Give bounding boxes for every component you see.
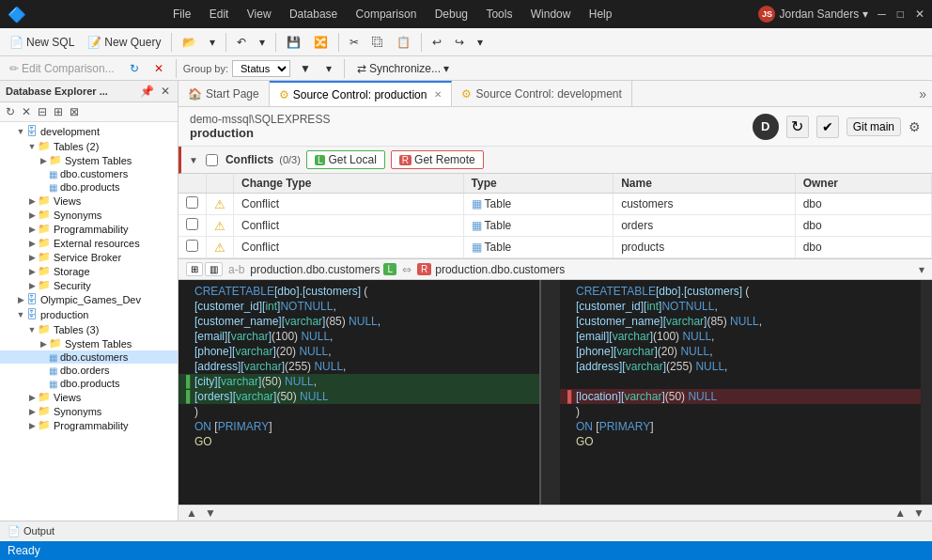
refresh-tree-icon[interactable]: ↻: [4, 104, 17, 119]
expand-prod-prog-arrow[interactable]: ▶: [26, 421, 38, 430]
tree-node-dev-programmability[interactable]: ▶ 📁 Programmability: [0, 222, 178, 236]
checkmark-button[interactable]: ✔: [816, 116, 839, 138]
menu-tools[interactable]: Tools: [478, 8, 520, 21]
tab-overflow-button[interactable]: »: [913, 86, 932, 101]
expand-dev-sys-tables-arrow[interactable]: ▶: [38, 156, 49, 165]
undo-button[interactable]: ↩: [427, 33, 447, 52]
table-row[interactable]: ⚠ Conflict ▦Table orders dbo: [179, 215, 932, 237]
copy-button[interactable]: ⿻: [366, 33, 389, 52]
remote-nav-up[interactable]: ▲: [893, 506, 908, 520]
refresh-left-button[interactable]: ↶: [231, 33, 252, 52]
tree-node-prod-programmability[interactable]: ▶ 📁 Programmability: [0, 418, 178, 432]
group-by-select[interactable]: Status: [232, 60, 290, 77]
menu-window[interactable]: Window: [523, 8, 579, 21]
close-comp-button[interactable]: ✕: [148, 59, 169, 78]
tree-node-prod-system-tables[interactable]: ▶ 📁 System Tables: [0, 336, 178, 350]
expand-dev-prog-arrow[interactable]: ▶: [26, 225, 38, 234]
tree-node-prod-views[interactable]: ▶ 📁 Views: [0, 390, 178, 404]
row-check-1[interactable]: [179, 215, 207, 237]
open-button[interactable]: 📂: [177, 33, 202, 52]
tree-node-dev-storage[interactable]: ▶ 📁 Storage: [0, 264, 178, 278]
diff-layout-button-1[interactable]: ⊞: [186, 262, 203, 276]
sidebar-close-icon[interactable]: ✕: [159, 84, 172, 99]
output-label[interactable]: 📄 Output: [8, 525, 54, 537]
tree-node-dev-products[interactable]: ▦ dbo.products: [0, 180, 178, 194]
expand-prod-tables-arrow[interactable]: ▼: [26, 325, 38, 334]
tree-node-dev-synonyms[interactable]: ▶ 📁 Synonyms: [0, 208, 178, 222]
synchronize-button[interactable]: ⇄ Synchronize... ▾: [351, 59, 455, 78]
expand-olympic-arrow[interactable]: ▶: [15, 295, 26, 304]
tree-node-prod-synonyms[interactable]: ▶ 📁 Synonyms: [0, 404, 178, 418]
diff-layout-button-2[interactable]: ▥: [205, 262, 223, 276]
menu-file[interactable]: File: [165, 8, 198, 21]
filter-button[interactable]: ▼: [294, 59, 317, 78]
expand-prod-synonyms-arrow[interactable]: ▶: [26, 407, 38, 416]
tree-node-dev-service-broker[interactable]: ▶ 📁 Service Broker: [0, 250, 178, 264]
expand-dev-broker-arrow[interactable]: ▶: [26, 253, 38, 262]
menu-edit[interactable]: Edit: [202, 8, 237, 21]
tree-node-olympic[interactable]: ▶ 🗄 Olympic_Games_Dev: [0, 292, 178, 307]
tab-source-control-production[interactable]: ⚙ Source Control: production ✕: [270, 81, 453, 106]
tree-node-dev-tables[interactable]: ▼ 📁 Tables (2): [0, 139, 178, 153]
conflicts-select-all[interactable]: [206, 154, 218, 166]
redo-dropdown-button[interactable]: ▾: [472, 33, 489, 52]
tree-node-prod-orders[interactable]: ▦ dbo.orders: [0, 364, 178, 377]
cut-button[interactable]: ✂: [344, 33, 365, 52]
tree-node-dev-system-tables[interactable]: ▶ 📁 System Tables: [0, 153, 178, 167]
close-button[interactable]: ✕: [915, 8, 924, 21]
menu-help[interactable]: Help: [582, 8, 620, 21]
tree-node-development[interactable]: ▼ 🗄 development: [0, 124, 178, 139]
window-controls[interactable]: ─ □ ✕: [878, 8, 924, 21]
tree-node-production[interactable]: ▼ 🗄 production: [0, 307, 178, 322]
edit-comparison-button[interactable]: ✏ Edit Comparison...: [4, 59, 120, 78]
git-branch-badge[interactable]: Git main: [847, 117, 901, 136]
tree-node-prod-tables[interactable]: ▼ 📁 Tables (3): [0, 322, 178, 336]
menu-comparison[interactable]: Comparison: [349, 8, 425, 21]
expand-dev-tables-arrow[interactable]: ▼: [26, 142, 38, 151]
tab-prod-close[interactable]: ✕: [434, 89, 442, 100]
settings-tree-icon[interactable]: ⊠: [68, 104, 81, 119]
table-row[interactable]: ⚠ Conflict ▦Table products dbo: [179, 237, 932, 258]
tree-node-prod-products[interactable]: ▦ dbo.products: [0, 377, 178, 390]
diff-dropdown-icon[interactable]: ▾: [919, 263, 924, 276]
tab-start-page[interactable]: 🏠 Start Page: [179, 81, 270, 106]
sc-settings-icon[interactable]: ⚙: [909, 119, 921, 134]
local-nav-up[interactable]: ▲: [184, 506, 199, 520]
user-dropdown-icon[interactable]: ▾: [862, 8, 868, 21]
refresh-sc-button[interactable]: ↻: [786, 116, 809, 138]
expand-development-arrow[interactable]: ▼: [15, 127, 26, 136]
maximize-button[interactable]: □: [897, 8, 904, 21]
tree-node-dev-views[interactable]: ▶ 📁 Views: [0, 194, 178, 208]
refresh-button[interactable]: ↻: [124, 59, 145, 78]
expand-dev-views-arrow[interactable]: ▶: [26, 196, 38, 206]
new-query-button[interactable]: 📝 New Query: [82, 33, 166, 52]
menu-debug[interactable]: Debug: [427, 8, 475, 21]
expand-dev-ext-arrow[interactable]: ▶: [26, 239, 38, 248]
diff-remote-panel[interactable]: CREATE TABLE [dbo].[customers] ( [custom…: [560, 280, 921, 505]
expand-dev-security-arrow[interactable]: ▶: [26, 281, 38, 290]
dropdown2-button[interactable]: ▾: [254, 33, 271, 52]
menu-view[interactable]: View: [240, 8, 279, 21]
get-local-button[interactable]: L Get Local: [306, 150, 385, 169]
row-check-0[interactable]: [179, 194, 207, 215]
save-all-button[interactable]: 🔀: [308, 33, 334, 52]
pin-icon[interactable]: 📌: [138, 84, 156, 99]
expand-prod-views-arrow[interactable]: ▶: [26, 393, 38, 402]
table-row[interactable]: ⚠ Conflict ▦Table customers dbo: [179, 194, 932, 215]
tree-node-dev-customers[interactable]: ▦ dbo.customers: [0, 167, 178, 180]
diff-local-panel[interactable]: CREATE TABLE [dbo].[customers] ( [custom…: [179, 280, 541, 505]
tree-node-dev-external[interactable]: ▶ 📁 External resources: [0, 236, 178, 250]
remote-nav-down[interactable]: ▼: [911, 506, 926, 520]
filter-tree-icon[interactable]: ⊞: [52, 104, 65, 119]
conflicts-toggle-arrow[interactable]: ▼: [189, 155, 198, 165]
collapse-icon[interactable]: ⊟: [36, 104, 49, 119]
tree-node-dev-security[interactable]: ▶ 📁 Security: [0, 278, 178, 292]
expand-prod-sys-arrow[interactable]: ▶: [38, 339, 49, 349]
tab-source-control-development[interactable]: ⚙ Source Control: development: [452, 81, 631, 106]
dropdown-button[interactable]: ▾: [204, 33, 221, 52]
paste-button[interactable]: 📋: [391, 33, 416, 52]
minimize-button[interactable]: ─: [878, 8, 886, 21]
save-button[interactable]: 💾: [281, 33, 306, 52]
tree-node-prod-customers[interactable]: ▦ dbo.customers: [0, 350, 178, 364]
filter-dropdown-button[interactable]: ▾: [320, 59, 337, 78]
